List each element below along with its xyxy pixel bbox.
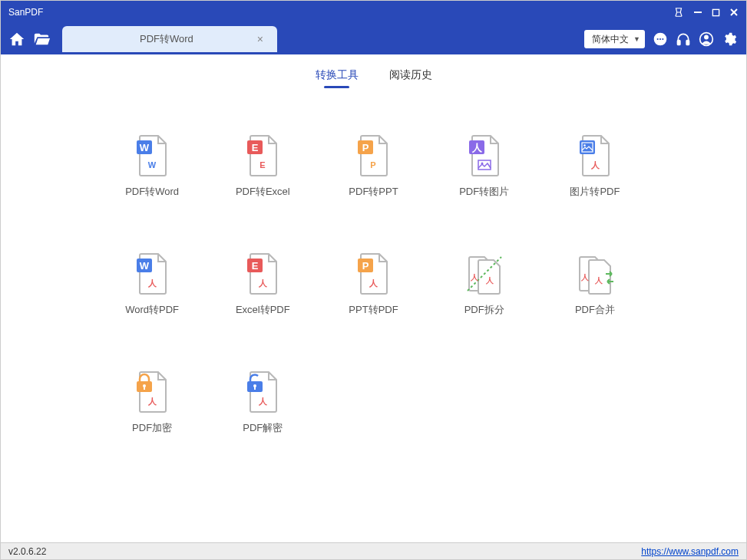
svg-rect-45 [144,387,145,390]
svg-point-27 [583,144,586,147]
app-title: SanPDF [8,7,673,18]
tool-label: PDF转Excel [236,185,290,199]
tool-pdf-to-ppt[interactable]: PP PDF转PPT [322,134,425,199]
svg-point-7 [662,38,663,40]
svg-rect-9 [686,41,689,45]
language-dropdown[interactable]: 简体中文 ▼ [584,30,645,48]
headphones-icon[interactable] [676,31,691,47]
tab-read-history[interactable]: 阅读历史 [389,65,432,88]
tool-label: PDF拆分 [464,303,504,317]
excel-to-pdf-icon: E人 [241,252,284,295]
version-label: v2.0.6.22 [8,546,641,557]
tool-label: PDF加密 [132,421,172,435]
pdf-split-icon: 人人 [463,252,506,295]
image-to-pdf-icon: 人 [573,134,616,177]
pdf-encrypt-icon: 人 [131,371,174,413]
tool-label: PDF转PPT [349,185,398,199]
tool-label: PDF转Word [125,185,179,199]
website-link[interactable]: https://www.sanpdf.com [641,546,739,557]
svg-text:人: 人 [147,278,157,288]
tool-excel-to-pdf[interactable]: E人 Excel转PDF [211,252,314,317]
svg-rect-8 [678,41,680,45]
theme-icon[interactable] [673,7,684,18]
svg-text:人: 人 [470,273,479,282]
tool-pdf-to-word[interactable]: WW PDF转Word [101,134,203,199]
toolbar-left: PDF转Word × [8,24,277,54]
svg-text:人: 人 [369,278,378,288]
tool-word-to-pdf[interactable]: W人 Word转PDF [101,252,203,317]
svg-rect-49 [254,387,256,390]
user-icon[interactable] [699,31,714,47]
svg-text:人: 人 [580,273,590,282]
pdf-to-word-icon: WW [131,134,174,177]
content-tabs: 转换工具 阅读历史 [1,54,746,88]
word-to-pdf-icon: W人 [131,252,174,295]
pdf-to-excel-icon: EE [241,134,284,177]
tool-pdf-to-image[interactable]: 人 PDF转图片 [433,134,536,199]
tool-label: PPT转PDF [349,303,398,317]
svg-text:E: E [252,260,259,272]
chevron-down-icon: ▼ [633,35,640,43]
toolbar-right: 简体中文 ▼ [584,30,737,48]
svg-text:人: 人 [258,278,268,288]
svg-text:P: P [362,142,369,153]
tab-label: PDF转Word [76,32,257,46]
svg-rect-1 [712,9,719,15]
tool-label: PDF转图片 [459,185,509,199]
maximize-button[interactable] [712,7,720,18]
pdf-decrypt-icon: 人 [241,371,284,413]
svg-text:P: P [371,160,376,170]
svg-text:人: 人 [485,276,494,285]
tool-image-to-pdf[interactable]: 人 图片转PDF [544,134,646,199]
svg-point-11 [704,35,709,40]
tool-pdf-encrypt[interactable]: 人 PDF加密 [101,371,203,435]
ppt-to-pdf-icon: P人 [352,252,395,295]
svg-text:人: 人 [258,397,268,407]
tool-pdf-split[interactable]: 人人 PDF拆分 [433,252,536,317]
svg-text:E: E [252,142,259,153]
statusbar: v2.0.6.22 https://www.sanpdf.com [1,542,746,559]
tool-label: PDF合并 [575,303,615,317]
svg-text:人: 人 [147,397,157,407]
pdf-to-ppt-icon: PP [352,134,395,177]
svg-text:P: P [362,260,369,272]
tool-pdf-merge[interactable]: 人人 PDF合并 [544,252,646,317]
tab-convert-tools[interactable]: 转换工具 [316,65,359,88]
svg-text:E: E [260,160,266,170]
pdf-merge-icon: 人人 [573,252,616,295]
tools-grid: WW PDF转Word EE PDF转Excel PP PDF转PPT 人 PD… [1,88,746,435]
window-controls [673,7,739,18]
home-icon[interactable] [8,31,25,48]
svg-text:人: 人 [590,160,600,170]
svg-text:人: 人 [471,142,482,153]
svg-text:W: W [148,160,157,170]
titlebar: SanPDF [1,1,746,24]
tool-label: Word转PDF [125,303,179,317]
tab-active[interactable]: PDF转Word × [62,26,277,52]
tab-close-icon[interactable]: × [257,33,263,45]
chat-icon[interactable] [653,31,668,47]
tool-pdf-decrypt[interactable]: 人 PDF解密 [211,371,314,435]
settings-icon[interactable] [722,31,737,47]
svg-point-6 [659,38,661,40]
minimize-button[interactable] [693,7,702,18]
content: 转换工具 阅读历史 WW PDF转Word EE PDF转Excel PP PD… [1,54,746,542]
tool-ppt-to-pdf[interactable]: P人 PPT转PDF [322,252,425,317]
open-folder-icon[interactable] [33,31,50,48]
tool-label: 图片转PDF [570,185,620,199]
tool-pdf-to-excel[interactable]: EE PDF转Excel [211,134,314,199]
pdf-to-image-icon: 人 [463,134,506,177]
svg-text:人: 人 [594,276,603,285]
tool-label: Excel转PDF [236,303,290,317]
toolbar: PDF转Word × 简体中文 ▼ [1,24,746,54]
svg-point-5 [657,38,659,40]
svg-text:W: W [140,142,150,153]
svg-text:W: W [140,260,150,272]
language-label: 简体中文 [592,33,629,46]
tool-label: PDF解密 [243,421,283,435]
close-button[interactable] [729,7,739,18]
